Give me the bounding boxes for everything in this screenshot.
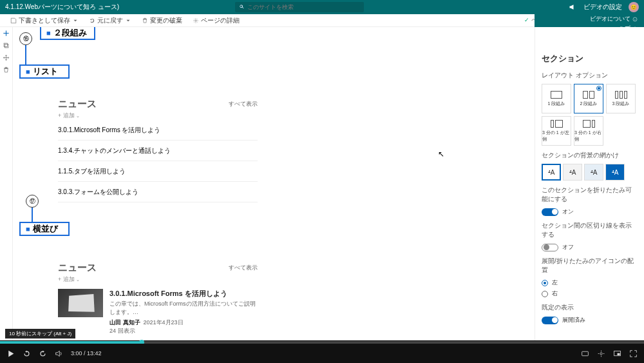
page-details-button[interactable]: ページの詳細 [189, 16, 243, 25]
chevron-down-icon [72, 17, 79, 24]
svg-text:?: ? [634, 27, 636, 30]
news-side-webpart: ニュース すべて表示 追加 ⌄ 3.0.1.Microsoft Forms を活… [58, 262, 258, 340]
bg-swatch-neutral[interactable]: ⁴A [563, 164, 582, 181]
news-item[interactable]: 3.0.1.Microsoft Forms を活用しよう [58, 120, 258, 141]
page-title: 4.1.12.Webパーツについて知ろ ュース) [5, 3, 119, 12]
news-thumbnail [58, 289, 103, 317]
svg-rect-5 [4, 43, 8, 47]
svg-point-4 [195, 19, 197, 21]
icon-pos-label: 展開/折りたたみのアイコンの配置 [542, 257, 638, 275]
layout-one-col[interactable]: 1 段組み [542, 84, 571, 113]
save-draft-button[interactable]: 下書きとして保存 [6, 16, 82, 25]
gear-icon [193, 17, 199, 24]
news-list-webpart: ニュース すべて表示 追加 ⌄ 3.0.1.Microsoft Forms を活… [58, 98, 258, 202]
section-settings-panel: セクション レイアウト オプション 1 段組み 2 段組み 3 段組み 3 分の… [535, 27, 644, 340]
page-canvas: ⑮ ２段組み ⑯ リスト ⑰ 横並び ニュース すべて表示 追加 ⌄ 3.0.1… [13, 27, 535, 340]
info-icon: i [632, 17, 638, 22]
svg-text:i: i [635, 17, 636, 21]
webpart-rail [0, 27, 13, 340]
layout-third-right[interactable]: 3 分の 1 が右側 [574, 116, 603, 146]
highlight-16: リスト [19, 64, 70, 79]
plus-icon[interactable] [3, 30, 10, 37]
icon-pos-left-radio[interactable] [542, 280, 548, 286]
news-card-desc: この章では、Microsoft Formsの活用方法についてご説明します。… [109, 300, 258, 317]
volume-button[interactable] [55, 349, 63, 358]
collapse-toggle[interactable] [542, 208, 558, 216]
default-display-toggle[interactable] [542, 317, 558, 324]
news-list-title: ニュース [58, 98, 97, 110]
move-icon[interactable] [3, 54, 10, 61]
megaphone-icon[interactable] [568, 3, 577, 12]
captions-button[interactable] [581, 349, 589, 358]
icon-pos-right-radio[interactable] [542, 291, 548, 297]
discard-button[interactable]: 変更の破棄 [138, 16, 186, 25]
panel-title: セクション [542, 53, 638, 64]
delete-icon[interactable] [3, 66, 10, 74]
news-item[interactable]: 1.3.4.チャットのメンバーと通話しよう [58, 141, 258, 161]
avatar[interactable]: 😊 [629, 2, 639, 12]
layout-two-col[interactable]: 2 段組み [574, 84, 603, 113]
svg-rect-6 [5, 44, 8, 48]
video-time: 3:00 / 13:42 [71, 350, 102, 357]
news-card[interactable]: 3.0.1.Microsoft Forms を活用しよう この章では、Micro… [58, 289, 258, 335]
default-display-label: 既定の表示 [542, 303, 638, 312]
skip-back-button[interactable] [23, 349, 31, 358]
bg-swatch-none[interactable]: ⁴A [542, 164, 561, 181]
duplicate-icon[interactable] [3, 42, 10, 49]
help-link[interactable]: ヘルプ? [587, 24, 640, 34]
see-all-link[interactable]: すべて表示 [229, 264, 258, 272]
bg-swatch-soft[interactable]: ⁴A [584, 164, 603, 181]
cursor-icon: ↖ [438, 150, 444, 159]
video-settings-label[interactable]: ビデオの設定 [583, 3, 622, 12]
about-video-link[interactable]: ビデオについてi [587, 14, 640, 24]
news-item[interactable]: 3.0.3.フォームを公開しよう [58, 182, 258, 202]
svg-rect-7 [582, 351, 589, 356]
svg-rect-10 [618, 353, 620, 355]
search-box[interactable] [235, 2, 364, 12]
settings-button[interactable] [597, 349, 605, 358]
news-card-title: 3.0.1.Microsoft Forms を活用しよう [109, 289, 258, 299]
see-all-link[interactable]: すべて表示 [229, 100, 258, 108]
news-side-title: ニュース [58, 262, 97, 274]
layout-third-left[interactable]: 3 分の 1 が左側 [542, 116, 571, 146]
fullscreen-button[interactable] [629, 349, 638, 358]
video-controls: 3:00 / 13:42 [0, 344, 644, 363]
chevron-down-icon [125, 17, 131, 24]
news-item[interactable]: 1.1.5.タブを活用しよう [58, 161, 258, 182]
highlight-17: 横並び [19, 222, 70, 236]
undo-icon [89, 17, 95, 24]
add-news-button[interactable]: 追加 ⌄ [58, 112, 258, 120]
skip-fwd-button[interactable] [39, 349, 47, 358]
search-input[interactable] [247, 4, 360, 10]
divider-label: セクション間の区切り線を表示する [542, 221, 638, 239]
undo-button[interactable]: 元に戻す [85, 16, 135, 25]
layout-options-label: レイアウト オプション [542, 71, 638, 80]
callout-17: ⑰ [26, 195, 39, 208]
right-info-links: ビデオについてi ヘルプ? [587, 14, 640, 34]
search-icon [239, 4, 245, 10]
divider-toggle[interactable] [542, 244, 558, 251]
help-icon: ? [632, 26, 638, 32]
svg-point-8 [600, 352, 602, 354]
save-icon [10, 17, 17, 24]
collapse-label: このセクションを折りたたみ可能にする [542, 186, 638, 204]
bg-swatch-strong[interactable]: ⁴A [605, 164, 625, 181]
pip-button[interactable] [613, 349, 621, 358]
callout-16: ⑯ [19, 32, 32, 45]
highlight-15: ２段組み [40, 27, 95, 40]
add-news-button[interactable]: 追加 ⌄ [58, 275, 258, 284]
bg-label: セクションの背景の網かけ [542, 151, 638, 160]
window-header: 4.1.12.Webパーツについて知ろ ュース) ビデオの設定 😊 [0, 0, 644, 14]
news-card-meta: 山田 真知子 2021年4月23日24 回表示 [109, 319, 258, 335]
skip-tooltip: 10 秒前にスキップ (Alt + J) [5, 329, 75, 338]
trash-icon [142, 17, 148, 24]
play-button[interactable] [6, 349, 15, 358]
layout-three-col[interactable]: 3 段組み [606, 84, 636, 113]
